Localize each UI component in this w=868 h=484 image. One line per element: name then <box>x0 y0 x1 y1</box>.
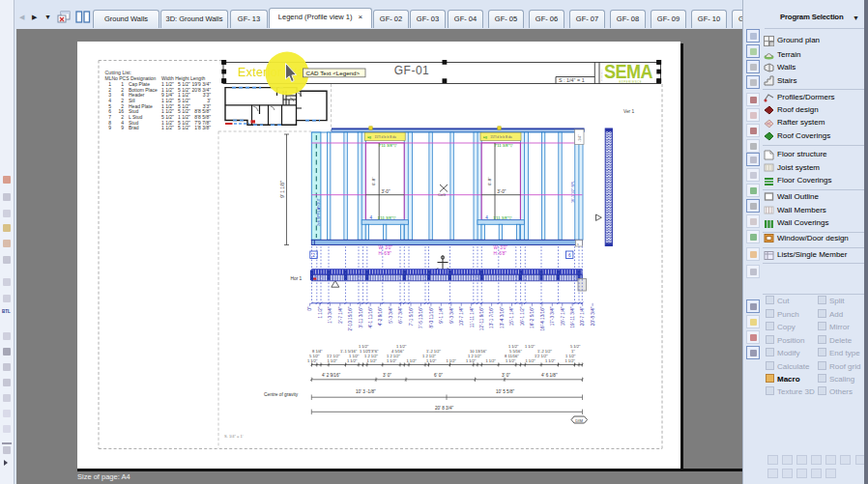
svg-text:10' 5 5/8": 10' 5 5/8" <box>496 389 514 394</box>
svg-text:16'-2 5/16": 16'-2 5/16" <box>530 306 535 328</box>
svg-text:▸g: ▸g <box>367 135 371 139</box>
svg-text:8'-0 11/16": 8'-0 11/16" <box>429 306 434 327</box>
svg-text:-1/4": -1/4" <box>578 134 582 142</box>
svg-text:1 1/2": 1 1/2" <box>486 358 497 363</box>
svg-text:CAD Text <Legend>: CAD Text <Legend> <box>306 70 361 76</box>
svg-text:1'-3 3/4": 1'-3 3/4" <box>328 306 333 323</box>
svg-text:4' 6 1/8": 4' 6 1/8" <box>541 373 558 378</box>
svg-text:3' 0": 3' 0" <box>383 373 391 378</box>
svg-text:E X P E R I E N C E: E X P E R I E N C E <box>619 80 641 84</box>
svg-text:1 1/2": 1 1/2" <box>407 358 418 363</box>
svg-text:15Tl d le b B da: 15Tl d le b B da <box>374 135 396 139</box>
svg-text:1 1/2": 1 1/2" <box>526 358 536 363</box>
svg-text:3' 0": 3' 0" <box>502 373 510 378</box>
svg-text:13'-4 3/16": 13'-4 3/16" <box>500 306 505 328</box>
svg-text:1 1/2": 1 1/2" <box>525 344 535 349</box>
svg-text:1 1/2": 1 1/2" <box>426 358 437 363</box>
svg-text:s: s <box>577 242 579 246</box>
svg-text:2'-10 15/16": 2'-10 15/16" <box>348 306 353 330</box>
svg-text:4'-2 9/16": 4'-2 9/16" <box>378 306 383 326</box>
svg-text:9'-1 1/4": 9'-1 1/4" <box>439 306 444 323</box>
svg-text:S : 1/4" = 1: S : 1/4" = 1 <box>559 77 585 83</box>
svg-text:20'-7 1/4": 20'-7 1/4" <box>580 306 585 326</box>
svg-text:10' 3 -1/8": 10' 3 -1/8" <box>356 389 376 394</box>
svg-text:▸g: ▸g <box>483 135 487 139</box>
svg-text:4' 2 9/16": 4' 2 9/16" <box>322 373 340 378</box>
svg-text:5 1/2": 5 1/2" <box>178 125 190 130</box>
svg-text:6'-8": 6'-8" <box>487 177 492 185</box>
svg-text:1'8 3/8": 1'8 3/8" <box>194 125 211 130</box>
svg-text:1 1/2": 1 1/2" <box>307 358 318 363</box>
svg-text:1'11 3/8"▽: 1'11 3/8"▽ <box>377 215 396 220</box>
svg-text:17'-3 3/4": 17'-3 3/4" <box>550 306 555 326</box>
svg-text:1 1/2": 1 1/2" <box>328 358 338 363</box>
svg-text:S. 1/4" = 1': S. 1/4" = 1' <box>224 434 244 439</box>
svg-text:1 1/2": 1 1/2" <box>318 306 323 318</box>
svg-text:7'11 3/8"▽: 7'11 3/8"▽ <box>494 143 513 148</box>
svg-text:1 1/2": 1 1/2" <box>447 358 457 363</box>
svg-text:7'11 3/8"▽: 7'11 3/8"▽ <box>378 143 397 148</box>
svg-text:3'-0": 3'-0" <box>497 189 506 194</box>
svg-text:DIM: DIM <box>575 418 583 423</box>
svg-text:16'-1 1/2": 16'-1 1/2" <box>520 306 525 326</box>
svg-text:SEMA: SEMA <box>604 61 653 82</box>
svg-text:10'-7 1/4": 10'-7 1/4" <box>459 306 464 326</box>
svg-text:Brad: Brad <box>129 125 139 130</box>
svg-text:Hor 1: Hor 1 <box>291 276 303 281</box>
svg-text:Powered by: Powered by <box>600 69 603 81</box>
svg-text:16'-4 13/16": 16'-4 13/16" <box>540 306 545 330</box>
svg-text:Centre of gravity: Centre of gravity <box>264 392 299 397</box>
svg-text:19'-11 3/4": 19'-11 3/4" <box>570 306 575 327</box>
svg-text:1 1/2": 1 1/2" <box>347 358 358 363</box>
svg-text:3'-11 3/16": 3'-11 3/16" <box>359 306 363 327</box>
svg-text:18'-7 1/4": 18'-7 1/4" <box>561 306 565 326</box>
svg-text:2'-7 1/4": 2'-7 1/4" <box>338 306 343 323</box>
svg-text:1 1/2": 1 1/2" <box>506 358 516 363</box>
svg-text:H: 6'8": H: 6'8" <box>379 251 392 256</box>
svg-text:H: 6'8": H: 6'8" <box>494 251 507 256</box>
svg-text:1 1/2": 1 1/2" <box>565 358 576 363</box>
svg-text:12'-11 9/16": 12'-11 9/16" <box>479 306 484 330</box>
svg-text:1 1/2": 1 1/2" <box>396 344 407 349</box>
svg-text:15'-1 1/4": 15'-1 1/4" <box>509 306 514 326</box>
svg-text:0": 0" <box>307 306 312 311</box>
svg-text:9' 1 1/8": 9' 1 1/8" <box>280 181 285 198</box>
svg-text:W: 3'0": W: 3'0" <box>379 245 393 250</box>
svg-text:2x6 SPF/LAYOUT: 2x6 SPF/LAYOUT <box>317 197 321 226</box>
svg-text:20' 8 3/4": 20' 8 3/4" <box>435 406 453 411</box>
svg-text:4: 4 <box>485 215 488 220</box>
svg-text:Ver 1: Ver 1 <box>623 109 635 114</box>
svg-text:6: 6 <box>568 253 571 258</box>
svg-text:1 1/2": 1 1/2" <box>545 358 556 363</box>
svg-text:1'11 3/8"▽: 1'11 3/8"▽ <box>493 215 512 220</box>
svg-text:6'-7 3/4": 6'-7 3/4" <box>398 306 403 323</box>
svg-text:15Tl d le b B da: 15Tl d le b B da <box>490 135 512 139</box>
svg-text:7'-1 5/16": 7'-1 5/16" <box>409 306 414 326</box>
svg-text:1 1/2": 1 1/2" <box>466 358 477 363</box>
svg-text:4: 4 <box>369 215 372 220</box>
svg-text:CoG: CoG <box>438 192 446 197</box>
svg-text:2: 2 <box>312 253 315 258</box>
svg-text:13'-1 7/16": 13'-1 7/16" <box>489 306 494 328</box>
svg-text:20'-8 3/4": 20'-8 3/4" <box>591 306 595 326</box>
svg-text:1 1/2": 1 1/2" <box>387 358 397 363</box>
svg-text:W: 3'0": W: 3'0" <box>494 245 508 250</box>
svg-text:9: 9 <box>121 125 124 130</box>
svg-text:9: 9 <box>108 125 111 130</box>
svg-text:16'-1 1/2" SPL: 16'-1 1/2" SPL <box>571 181 575 203</box>
svg-text:GF-01: GF-01 <box>394 64 430 77</box>
svg-text:6'-8": 6'-8" <box>371 177 376 185</box>
svg-text:11'-11 1/4": 11'-11 1/4" <box>470 306 475 327</box>
svg-text:5 1/2": 5 1/2" <box>570 344 581 349</box>
svg-text:6' 0": 6' 0" <box>434 373 443 378</box>
svg-text:9'-3 3/4": 9'-3 3/4" <box>449 306 454 323</box>
svg-text:1 1/2": 1 1/2" <box>508 344 519 349</box>
svg-text:7'-5 13/16": 7'-5 13/16" <box>419 306 423 328</box>
svg-text:1 1/2": 1 1/2" <box>359 344 369 349</box>
svg-text:5'-3 3/4": 5'-3 3/4" <box>389 306 393 323</box>
svg-text:1 1/2": 1 1/2" <box>161 125 174 130</box>
svg-text:1 1/2": 1 1/2" <box>367 358 378 363</box>
svg-text:3'-0": 3'-0" <box>381 189 391 194</box>
svg-text:4'-1 11/16": 4'-1 11/16" <box>368 306 373 327</box>
